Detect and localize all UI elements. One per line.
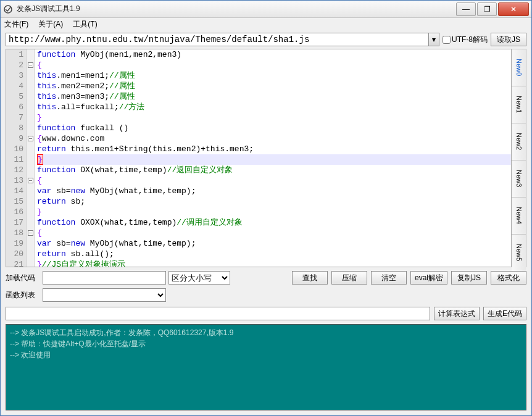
line-number: 8	[9, 123, 23, 133]
code-line[interactable]: this.men1=men1;//属性	[37, 70, 511, 81]
code-line[interactable]: }//JS自定义对象掩演示	[37, 259, 511, 267]
line-number: 7	[9, 112, 23, 123]
code-line[interactable]: var sb=new MyObj(what,time,temp);	[37, 238, 511, 249]
code-line[interactable]: }	[37, 112, 511, 123]
load-code-label: 加载代码	[6, 273, 40, 283]
clear-button[interactable]: 清空	[371, 271, 407, 285]
compress-button[interactable]: 压缩	[331, 271, 367, 285]
side-tab-new5[interactable]: New5	[512, 235, 526, 272]
fold-toggle-icon[interactable]	[28, 178, 33, 183]
url-dropdown-icon[interactable]: ▾	[428, 33, 439, 46]
case-select[interactable]: 区分大小写	[168, 271, 230, 285]
load-code-input[interactable]	[43, 271, 166, 285]
fold-toggle-icon[interactable]	[28, 230, 33, 236]
console-line: --> 帮助：快捷键Alt+Q最小化至托盘/显示	[10, 338, 522, 349]
side-tab-new4[interactable]: New4	[512, 198, 526, 235]
console-line: --> 欢迎使用	[10, 349, 522, 360]
line-number: 5	[9, 91, 23, 102]
url-input[interactable]	[6, 33, 428, 46]
code-line[interactable]: {www.downc.com	[37, 133, 511, 144]
line-number: 11	[9, 154, 23, 165]
code-line[interactable]: this.men3=men3;//属性	[37, 91, 511, 102]
code-line[interactable]: var sb=new MyObj(what,time,temp);	[37, 186, 511, 196]
line-number: 17	[9, 217, 23, 228]
code-line[interactable]: {	[37, 60, 511, 70]
menu-tools[interactable]: 工具(T)	[73, 19, 97, 30]
line-number: 15	[9, 196, 23, 207]
copy-js-button[interactable]: 复制JS	[451, 271, 487, 285]
line-number: 2	[9, 60, 23, 70]
side-tab-new3[interactable]: New3	[512, 160, 526, 198]
maximize-button[interactable]: ❐	[477, 2, 497, 16]
gen-ecode-button[interactable]: 生成E代码	[483, 307, 526, 320]
console-line: --> 发条JS调试工具启动成功,作者：发条陈，QQ601612327,版本1.…	[10, 327, 522, 338]
line-number: 16	[9, 207, 23, 217]
fold-toggle-icon[interactable]	[28, 136, 33, 141]
function-list-label: 函数列表	[6, 290, 40, 301]
fold-toggle-icon[interactable]	[28, 62, 33, 68]
code-line[interactable]: }	[37, 207, 511, 217]
expression-input[interactable]	[6, 307, 430, 320]
line-number: 10	[9, 144, 23, 154]
code-line[interactable]: }	[37, 154, 511, 165]
close-button[interactable]: ✕	[498, 2, 529, 16]
utf8-checkbox-wrap[interactable]: UTF-8解码	[443, 35, 488, 45]
minimize-button[interactable]: —	[456, 2, 476, 16]
code-line[interactable]: function MyObj(men1,men2,men3)	[37, 49, 511, 60]
fold-column[interactable]	[26, 49, 35, 267]
utf8-label: UTF-8解码	[452, 35, 488, 45]
side-tabs: New0New1New2New3New4New5	[512, 49, 526, 267]
line-number: 9	[9, 133, 23, 144]
line-number: 14	[9, 186, 23, 196]
code-line[interactable]: return this.men1+String(this.men2)+this.…	[37, 144, 511, 154]
menu-about[interactable]: 关于(A)	[38, 19, 63, 30]
read-js-button[interactable]: 读取JS	[491, 33, 526, 46]
calc-button[interactable]: 计算表达式	[434, 307, 480, 320]
side-tab-new0[interactable]: New0	[512, 49, 526, 86]
line-number: 1	[9, 49, 23, 60]
line-number: 21	[9, 259, 23, 267]
line-number: 20	[9, 249, 23, 259]
code-line[interactable]: {	[37, 175, 511, 186]
line-number: 3	[9, 70, 23, 81]
code-line[interactable]: function fuckall ()	[37, 123, 511, 133]
utf8-checkbox[interactable]	[443, 36, 451, 44]
code-area[interactable]: function MyObj(men1,men2,men3){this.men1…	[35, 49, 511, 267]
window-title: 发条JS调试工具1.9	[17, 4, 456, 14]
line-number: 12	[9, 165, 23, 175]
line-number: 13	[9, 175, 23, 186]
line-number: 6	[9, 102, 23, 112]
app-icon	[3, 4, 13, 14]
line-number-gutter: 123456789101112131415161718192021	[6, 49, 26, 267]
code-line[interactable]: this.all=fuckall;//方法	[37, 102, 511, 112]
line-number: 18	[9, 228, 23, 238]
svg-point-0	[4, 6, 12, 13]
side-tab-new1[interactable]: New1	[512, 86, 526, 123]
url-combo[interactable]: ▾	[6, 33, 439, 46]
menubar: 文件(F) 关于(A) 工具(T)	[1, 18, 531, 30]
code-line[interactable]: function OXOX(what,time,temp)//调用自定义对象	[37, 217, 511, 228]
line-number: 19	[9, 238, 23, 249]
console-output: --> 发条JS调试工具启动成功,作者：发条陈，QQ601612327,版本1.…	[6, 324, 526, 410]
code-line[interactable]: {	[37, 228, 511, 238]
function-list-select[interactable]	[43, 288, 166, 302]
menu-file[interactable]: 文件(F)	[4, 19, 28, 30]
find-button[interactable]: 查找	[292, 271, 328, 285]
code-line[interactable]: function OX(what,time,temp)//返回自定义对象	[37, 165, 511, 175]
format-button[interactable]: 格式化	[491, 271, 526, 285]
code-line[interactable]: return sb;	[37, 196, 511, 207]
eval-button[interactable]: eval解密	[410, 271, 447, 285]
code-line[interactable]: return sb.all();	[37, 249, 511, 259]
side-tab-new2[interactable]: New2	[512, 123, 526, 160]
code-line[interactable]: this.men2=men2;//属性	[37, 81, 511, 91]
line-number: 4	[9, 81, 23, 91]
code-editor[interactable]: 123456789101112131415161718192021 functi…	[6, 49, 512, 267]
titlebar: 发条JS调试工具1.9 — ❐ ✕	[1, 1, 531, 18]
